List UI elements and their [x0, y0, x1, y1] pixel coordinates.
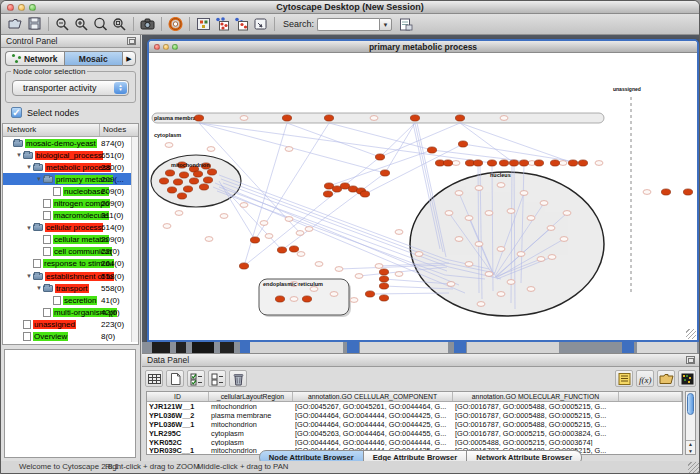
table-row[interactable]: YLR295Ccytoplasm[GO:0045263, GO:0044464,… [147, 429, 682, 438]
tree-expand-icon[interactable]: ▼ [25, 273, 33, 279]
import-attributes-icon[interactable] [657, 370, 675, 387]
table-row[interactable]: YPL036W__2plasma membrane[GO:0044464, GO… [147, 411, 682, 420]
table-scrollbar[interactable]: ▲▼ [685, 391, 696, 455]
tree-row[interactable]: nitrogen compo209(0) [3, 197, 138, 209]
show-selected-nodes-icon[interactable] [232, 16, 251, 33]
annotation-box-icon[interactable] [251, 16, 270, 33]
zoom-selected-icon[interactable] [91, 16, 110, 33]
tree-row[interactable]: cellular metabo209(0) [3, 234, 138, 246]
zoom-window-button[interactable] [29, 4, 36, 11]
tree-row[interactable]: mosaic-demo-yeast874(0) [3, 137, 138, 149]
column-header[interactable]: _cellularLayoutRegion [209, 392, 293, 401]
tree-row[interactable]: ▼biological_process651(0) [3, 149, 138, 161]
view-zoom-button[interactable] [172, 44, 178, 50]
attribute-matrix-icon[interactable] [678, 370, 696, 387]
attribute-list-icon[interactable] [615, 370, 633, 387]
tree-row-label: transport [55, 284, 89, 293]
new-attribute-icon[interactable] [166, 370, 184, 387]
snapshot-camera-icon[interactable] [138, 16, 157, 33]
tree-col-network[interactable]: Network [3, 124, 100, 136]
file-icon [43, 211, 51, 220]
tab-network-attribute-browser[interactable]: Network Attribute Browser [467, 450, 582, 461]
tree-row[interactable]: Overview8(0) [3, 331, 138, 343]
obscured-window-fragment [347, 342, 359, 353]
node-color-dropdown[interactable]: transporter activity ▲▼ [12, 80, 129, 96]
tree-expand-icon[interactable]: ▼ [35, 285, 43, 291]
obscured-window-fragment [637, 342, 697, 353]
folder-icon [33, 273, 43, 280]
open-file-icon[interactable] [6, 16, 25, 33]
zoom-out-icon[interactable] [53, 16, 72, 33]
svg-text:cytoplasm: cytoplasm [154, 132, 181, 138]
import-table-icon[interactable] [396, 16, 415, 33]
birdseye-view[interactable] [4, 349, 136, 458]
tree-expand-icon[interactable]: ▼ [25, 225, 33, 231]
view-resize-grip[interactable] [686, 329, 696, 339]
tree-row[interactable]: multi-organism pro42(0) [3, 306, 138, 318]
window-title: Cytoscape Desktop (New Session) [1, 1, 699, 14]
table-row[interactable]: YPL036W__1mitochondrion[GO:0044464, GO:0… [147, 420, 682, 429]
scrollbar-thumb[interactable] [687, 393, 694, 415]
dropdown-stepper-icon: ▲▼ [114, 82, 127, 94]
tree-expand-icon[interactable]: ▼ [25, 164, 33, 170]
tree-scrollbar[interactable] [131, 137, 138, 342]
tree-row[interactable]: ▼metabolic process280(0) [3, 161, 138, 173]
tree-row[interactable]: ▼cellular process614(0) [3, 222, 138, 234]
svg-text:nucleus: nucleus [490, 172, 511, 178]
view-minimize-button[interactable] [163, 44, 169, 50]
network-view-titlebar[interactable]: primary metabolic process [149, 41, 697, 53]
tree-row[interactable]: nucleobase-209(0) [3, 185, 138, 197]
tree-row[interactable]: secretion41(0) [3, 294, 138, 306]
table-cell: [GO:0005488, GO:0005215, GO:0003674] [453, 438, 619, 447]
tree-col-nodes[interactable]: Nodes [100, 124, 138, 136]
search-input[interactable] [317, 18, 379, 31]
mdi-desktop: primary metabolic process plasma membran… [142, 35, 699, 461]
attribute-select-icon[interactable] [145, 370, 163, 387]
file-icon [43, 199, 51, 208]
view-close-button[interactable] [154, 44, 160, 50]
select-nodes-checkbox[interactable]: ✓ [11, 107, 22, 118]
unselect-all-attributes-icon[interactable] [208, 370, 226, 387]
formula-fx-icon[interactable]: f(x) [636, 370, 654, 387]
tree-row[interactable]: ▼establishment of lo558(0) [3, 270, 138, 282]
tree-row[interactable]: cell communicat22(0) [3, 246, 138, 258]
column-header[interactable]: ID [147, 392, 209, 401]
overview-grid-icon[interactable] [194, 16, 213, 33]
select-all-attributes-icon[interactable] [187, 370, 205, 387]
toolbar-separator [274, 17, 275, 31]
table-row[interactable]: YKR052Ccytoplasm[GO:0044464, GO:0044446,… [147, 438, 682, 447]
tree-row[interactable]: macromolecule311(0) [3, 210, 138, 222]
detach-icon[interactable] [127, 37, 136, 45]
help-ring-icon[interactable] [166, 16, 185, 33]
data-panel-detach-icon[interactable] [686, 356, 695, 364]
tree-body: mosaic-demo-yeast874(0)▼biological_proce… [3, 137, 138, 343]
svg-text:unassigned: unassigned [613, 86, 641, 92]
tree-row[interactable]: unassigned223(0) [3, 318, 138, 330]
zoom-fit-icon[interactable] [110, 16, 129, 33]
close-button[interactable] [7, 4, 14, 11]
tab-overflow-arrow[interactable]: ▶ [122, 51, 136, 66]
tree-row-node-count: 264(0) [101, 259, 124, 268]
window-resize-grip[interactable] [688, 462, 699, 473]
column-header[interactable]: annotation.GO CELLULAR_COMPONENT [293, 392, 453, 401]
minimize-button[interactable] [18, 4, 25, 11]
tree-row[interactable]: ▼primary metabo209(... [3, 173, 138, 185]
network-view-title: primary metabolic process [149, 41, 697, 53]
search-dropdown-icon[interactable]: ▼ [379, 18, 392, 31]
network-canvas[interactable]: plasma membranecytoplasmmitochondrionnuc… [149, 53, 697, 340]
delete-attribute-icon[interactable] [229, 370, 247, 387]
save-session-icon[interactable] [25, 16, 44, 33]
tree-row[interactable]: response to stimulu264(0) [3, 258, 138, 270]
tree-expand-icon[interactable]: ▼ [15, 152, 23, 158]
tree-row[interactable]: ▼transport558(0) [3, 282, 138, 294]
tab-network[interactable]: Network [5, 51, 64, 66]
zoom-in-icon[interactable] [72, 16, 91, 33]
table-cell: plasma membrane [209, 411, 293, 420]
tree-expand-icon[interactable]: ▼ [35, 176, 43, 182]
tab-edge-attribute-browser[interactable]: Edge Attribute Browser [364, 450, 468, 461]
tab-mosaic[interactable]: Mosaic [64, 51, 123, 66]
table-row[interactable]: YJR121W__1mitochondrion[GO:0045267, GO:0… [147, 402, 682, 411]
column-header[interactable]: annotation.GO MOLECULAR_FUNCTION [453, 392, 619, 401]
tab-node-attribute-browser[interactable]: Node Attribute Browser [259, 450, 364, 461]
hide-selected-nodes-icon[interactable] [213, 16, 232, 33]
